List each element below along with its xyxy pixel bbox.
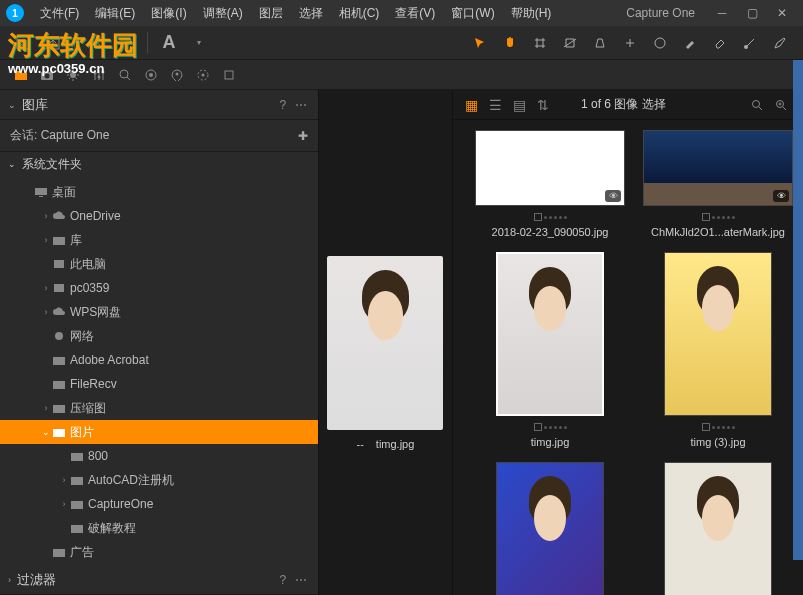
tree-item[interactable]: ›OneDrive [0, 204, 318, 228]
thumbnail-cell[interactable]: 👁ChMkJld2O1...aterMark.jpg [643, 130, 793, 238]
system-folders-header[interactable]: ⌄ 系统文件夹 [0, 152, 318, 176]
cursor-tool[interactable] [467, 30, 493, 56]
tree-item[interactable]: 网络 [0, 324, 318, 348]
viewer-panel: -- timg.jpg [318, 90, 453, 595]
folder-tree: 桌面›OneDrive›库此电脑›pc0359›WPS网盘网络Adobe Acr… [0, 176, 318, 565]
svg-point-5 [94, 71, 97, 74]
annotate-tool[interactable] [767, 30, 793, 56]
more-icon[interactable]: ⋯ [292, 98, 310, 112]
svg-rect-25 [71, 453, 83, 461]
add-session-icon[interactable]: ✚ [298, 129, 308, 143]
library-tab-icon[interactable] [10, 64, 32, 86]
tree-item[interactable]: Adobe Acrobat [0, 348, 318, 372]
svg-point-3 [45, 73, 50, 78]
help-icon[interactable]: ? [274, 573, 292, 587]
browser-toolbar: ▦ ☰ ▤ ⇅ 1 of 6 图像 选择 [453, 90, 803, 120]
spot-tool[interactable] [617, 30, 643, 56]
svg-rect-19 [54, 284, 64, 292]
thumbnail-cell[interactable] [475, 462, 625, 595]
details-tab-icon[interactable] [114, 64, 136, 86]
thumbnail-cell[interactable]: timg (3).jpg [643, 252, 793, 448]
import-button[interactable] [10, 30, 36, 56]
left-panel: ⌄ 图库 ? ⋯ 会话: Capture One ✚ ⌄ 系统文件夹 桌面›On… [0, 90, 318, 595]
svg-rect-28 [71, 525, 83, 533]
loupe-tool[interactable] [647, 30, 673, 56]
svg-rect-26 [71, 477, 83, 485]
crop-tool[interactable] [527, 30, 553, 56]
filmstrip-view-icon[interactable]: ▤ [509, 95, 529, 115]
tree-item[interactable]: ›CaptureOne [0, 492, 318, 516]
batch-tab-icon[interactable] [218, 64, 240, 86]
thumbnail-cell[interactable]: timg.jpg [475, 252, 625, 448]
tree-item[interactable]: 800 [0, 444, 318, 468]
maximize-button[interactable]: ▢ [743, 6, 761, 20]
redo-button[interactable] [113, 30, 139, 56]
grid-view-icon[interactable]: ▦ [461, 95, 481, 115]
tree-item[interactable]: FileRecv [0, 372, 318, 396]
preview-eye-icon[interactable]: 👁 [605, 190, 621, 202]
preview-image[interactable] [327, 256, 443, 430]
tree-item[interactable]: ›WPS网盘 [0, 300, 318, 324]
thumbnail-cell[interactable] [643, 462, 793, 595]
capture-tab-icon[interactable] [36, 64, 58, 86]
svg-point-6 [98, 75, 101, 78]
tree-item[interactable]: ›pc0359 [0, 276, 318, 300]
more-icon[interactable]: ⋯ [292, 573, 310, 587]
tree-item[interactable]: 桌面 [0, 180, 318, 204]
keystone-tool[interactable] [587, 30, 613, 56]
color-tab-icon[interactable] [140, 64, 162, 86]
svg-rect-29 [53, 549, 65, 557]
menu-item[interactable]: 窗口(W) [443, 5, 502, 22]
metadata-tab-icon[interactable] [166, 64, 188, 86]
text-tool-button[interactable]: A [156, 30, 182, 56]
help-icon[interactable]: ? [274, 98, 292, 112]
tree-item[interactable]: ⌄图片 [0, 420, 318, 444]
thumbnail-cell[interactable]: 👁2018-02-23_090050.jpg [475, 130, 625, 238]
output-tab-icon[interactable] [192, 64, 214, 86]
straighten-tool[interactable] [557, 30, 583, 56]
export-button[interactable] [40, 30, 66, 56]
search-icon[interactable] [747, 95, 767, 115]
tree-item[interactable]: 广告 [0, 540, 318, 564]
undo-button[interactable] [83, 30, 109, 56]
gradient-tool[interactable] [737, 30, 763, 56]
rating-marker: -- [357, 438, 364, 450]
menu-item[interactable]: 选择 [291, 5, 331, 22]
session-row[interactable]: 会话: Capture One ✚ [0, 120, 318, 152]
selection-status: 1 of 6 图像 选择 [581, 96, 666, 113]
zoom-icon[interactable] [771, 95, 791, 115]
svg-point-8 [120, 70, 128, 78]
list-view-icon[interactable]: ☰ [485, 95, 505, 115]
preview-eye-icon[interactable]: 👁 [773, 190, 789, 202]
svg-point-11 [176, 72, 179, 75]
tree-item[interactable]: ›AutoCAD注册机 [0, 468, 318, 492]
filters-panel-header[interactable]: › 过滤器 ? ⋯ [0, 565, 318, 595]
menu-item[interactable]: 查看(V) [387, 5, 443, 22]
menu-item[interactable]: 编辑(E) [87, 5, 143, 22]
menu-item[interactable]: 图层 [251, 5, 291, 22]
menu-item[interactable]: 相机(C) [331, 5, 388, 22]
tree-item[interactable]: 此电脑 [0, 252, 318, 276]
library-panel-header[interactable]: ⌄ 图库 ? ⋯ [0, 90, 318, 120]
exposure-tab-icon[interactable] [62, 64, 84, 86]
sort-icon[interactable]: ⇅ [533, 95, 553, 115]
app-logo-icon: 1 [6, 4, 24, 22]
menu-item[interactable]: 文件(F) [32, 5, 87, 22]
svg-point-20 [55, 332, 63, 340]
hand-tool[interactable] [497, 30, 523, 56]
tree-item[interactable]: 破解教程 [0, 516, 318, 540]
eraser-tool[interactable] [707, 30, 733, 56]
tree-item[interactable]: ›压缩图 [0, 396, 318, 420]
menu-item[interactable]: 图像(I) [143, 5, 194, 22]
svg-rect-21 [53, 357, 65, 365]
menu-item[interactable]: 调整(A) [195, 5, 251, 22]
minimize-button[interactable]: ─ [713, 6, 731, 20]
svg-rect-23 [53, 405, 65, 413]
menu-item[interactable]: 帮助(H) [503, 5, 560, 22]
tree-item[interactable]: ›库 [0, 228, 318, 252]
brush-tool[interactable] [677, 30, 703, 56]
close-button[interactable]: ✕ [773, 6, 791, 20]
svg-point-32 [753, 100, 760, 107]
svg-point-13 [202, 73, 205, 76]
adjust-tab-icon[interactable] [88, 64, 110, 86]
